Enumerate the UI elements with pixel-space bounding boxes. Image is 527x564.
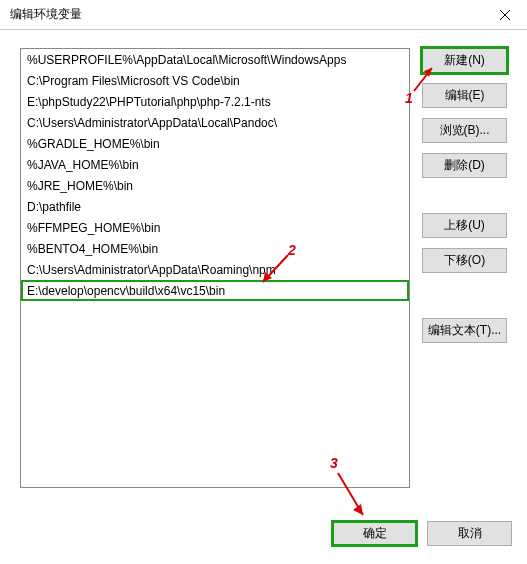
edit-text-button[interactable]: 编辑文本(T)...	[422, 318, 507, 343]
dialog-footer: 确定 取消	[332, 521, 512, 546]
move-up-button[interactable]: 上移(U)	[422, 213, 507, 238]
list-item[interactable]: C:\Program Files\Microsoft VS Code\bin	[21, 70, 409, 91]
edit-button[interactable]: 编辑(E)	[422, 83, 507, 108]
new-button[interactable]: 新建(N)	[422, 48, 507, 73]
move-down-button[interactable]: 下移(O)	[422, 248, 507, 273]
list-item[interactable]: %JRE_HOME%\bin	[21, 175, 409, 196]
list-item[interactable]: C:\Users\Administrator\AppData\Roaming\n…	[21, 259, 409, 280]
delete-button[interactable]: 删除(D)	[422, 153, 507, 178]
list-item[interactable]: %BENTO4_HOME%\bin	[21, 238, 409, 259]
list-item[interactable]: E:\phpStudy22\PHPTutorial\php\php-7.2.1-…	[21, 91, 409, 112]
ok-button[interactable]: 确定	[332, 521, 417, 546]
list-item[interactable]: E:\develop\opencv\build\x64\vc15\bin	[21, 280, 409, 301]
list-item[interactable]: D:\pathfile	[21, 196, 409, 217]
cancel-button[interactable]: 取消	[427, 521, 512, 546]
list-item[interactable]: %FFMPEG_HOME%\bin	[21, 217, 409, 238]
window-close-button[interactable]	[482, 0, 527, 30]
title-bar: 编辑环境变量	[0, 0, 527, 30]
list-item[interactable]: C:\Users\Administrator\AppData\Local\Pan…	[21, 112, 409, 133]
browse-button[interactable]: 浏览(B)...	[422, 118, 507, 143]
window-title: 编辑环境变量	[10, 6, 82, 23]
list-item[interactable]: %USERPROFILE%\AppData\Local\Microsoft\Wi…	[21, 49, 409, 70]
list-item[interactable]: %JAVA_HOME%\bin	[21, 154, 409, 175]
close-icon	[500, 10, 510, 20]
path-listbox[interactable]: %USERPROFILE%\AppData\Local\Microsoft\Wi…	[20, 48, 410, 488]
svg-marker-7	[353, 504, 363, 515]
button-sidebar: 新建(N) 编辑(E) 浏览(B)... 删除(D) 上移(U) 下移(O) 编…	[422, 48, 507, 488]
list-item[interactable]: %GRADLE_HOME%\bin	[21, 133, 409, 154]
